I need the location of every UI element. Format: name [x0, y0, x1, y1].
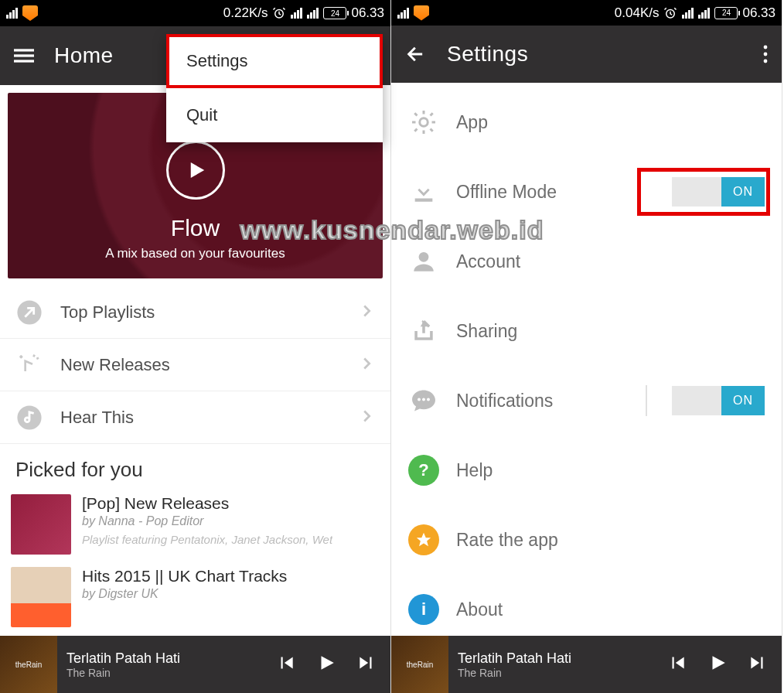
settings-label: Account	[456, 251, 765, 272]
next-icon[interactable]	[748, 653, 768, 676]
picked-item[interactable]: [Pop] New Releases by Nanna - Pop Editor…	[0, 488, 390, 561]
picked-by: by Nanna - Pop Editor	[82, 514, 332, 528]
picked-title: [Pop] New Releases	[82, 494, 332, 513]
offline-toggle[interactable]: ON	[672, 177, 765, 207]
picked-section-title: Picked for you	[0, 444, 390, 488]
picked-desc: Playlist featuring Pentatonix, Janet Jac…	[82, 533, 332, 546]
download-icon	[408, 176, 439, 207]
row-hear-this[interactable]: Hear This	[0, 391, 390, 444]
track-title: Terlatih Patah Hati	[66, 650, 180, 667]
right-phone: 0.04K/s 24 06.33 Settings App Offline M	[391, 0, 782, 693]
svg-point-14	[419, 252, 429, 262]
previous-icon[interactable]	[667, 653, 687, 676]
note-circle-icon	[15, 404, 43, 432]
row-label: Hear This	[60, 408, 341, 428]
svg-marker-19	[417, 533, 431, 546]
chevron-right-icon	[358, 302, 375, 323]
settings-label: Rate the app	[456, 530, 765, 551]
play-icon[interactable]	[316, 653, 336, 676]
svg-marker-20	[713, 656, 725, 669]
row-top-playlists[interactable]: Top Playlists	[0, 286, 390, 339]
settings-list: App Offline Mode ON Account Sharing	[391, 83, 782, 636]
star-icon	[408, 524, 439, 555]
next-icon[interactable]	[356, 653, 377, 676]
shield-icon	[414, 5, 429, 21]
alarm-icon	[272, 6, 286, 20]
track-title: Terlatih Patah Hati	[458, 650, 571, 667]
network-speed: 0.22K/s	[223, 5, 268, 21]
overflow-icon[interactable]	[763, 45, 768, 63]
menu-icon[interactable]	[14, 46, 34, 66]
chevron-right-icon	[358, 408, 375, 428]
settings-row-sharing[interactable]: Sharing	[391, 296, 782, 366]
sim2-signal-icon	[698, 8, 710, 19]
status-bar: 0.04K/s 24 06.33	[391, 0, 782, 26]
back-icon[interactable]	[405, 43, 427, 65]
previous-icon[interactable]	[276, 653, 296, 676]
flow-subtitle: A mix based on your favourites	[8, 246, 383, 261]
chat-icon	[408, 385, 439, 416]
settings-row-help[interactable]: ? Help	[391, 435, 782, 505]
settings-label: App	[456, 112, 765, 133]
play-icon[interactable]	[166, 141, 225, 200]
clock: 06.33	[351, 5, 384, 21]
settings-row-account[interactable]: Account	[391, 227, 782, 296]
battery-icon: 24	[714, 7, 738, 19]
settings-row-app[interactable]: App	[391, 87, 782, 157]
sparkle-icon	[15, 351, 43, 379]
shield-icon	[22, 5, 38, 21]
settings-label: Offline Mode	[456, 182, 625, 203]
album-art: theRain	[0, 636, 57, 693]
gear-icon	[408, 107, 439, 138]
settings-row-about[interactable]: i About	[391, 575, 782, 636]
picked-item[interactable]: Hits 2015 || UK Chart Tracks by Digster …	[0, 561, 390, 633]
play-icon[interactable]	[707, 653, 728, 676]
svg-rect-2	[14, 54, 34, 56]
divider	[646, 385, 647, 416]
row-new-releases[interactable]: New Releases	[0, 339, 390, 391]
svg-point-9	[764, 46, 768, 50]
arrow-circle-icon	[15, 299, 43, 326]
chevron-right-icon	[358, 355, 375, 375]
flow-title: Flow	[8, 215, 383, 241]
settings-row-offline[interactable]: Offline Mode ON	[391, 157, 782, 227]
now-playing-bar[interactable]: theRain Terlatih Patah Hati The Rain	[0, 636, 390, 693]
offline-toggle-highlight: ON	[643, 173, 765, 210]
now-playing-bar[interactable]: theRain Terlatih Patah Hati The Rain	[391, 636, 782, 693]
svg-point-10	[764, 53, 768, 56]
svg-point-18	[427, 398, 430, 401]
toggle-on-label: ON	[721, 177, 765, 207]
svg-rect-1	[14, 49, 34, 51]
svg-rect-3	[14, 60, 34, 62]
settings-label: Notifications	[456, 391, 629, 411]
svg-point-16	[418, 398, 421, 401]
clock: 06.33	[742, 5, 775, 21]
svg-point-11	[764, 60, 768, 63]
person-icon	[408, 246, 439, 277]
settings-label: About	[456, 599, 765, 620]
menu-item-settings[interactable]: Settings	[166, 34, 383, 88]
sim2-signal-icon	[307, 8, 319, 19]
row-label: New Releases	[60, 355, 341, 375]
battery-icon: 24	[323, 7, 346, 19]
signal-icon	[397, 8, 409, 19]
page-title: Home	[54, 43, 114, 68]
album-art: theRain	[391, 636, 448, 693]
left-phone: 0.22K/s 24 06.33 Home Settings Quit Flow…	[0, 0, 391, 693]
toggle-on-label: ON	[721, 386, 765, 415]
sim1-signal-icon	[682, 8, 694, 19]
picked-title: Hits 2015 || UK Chart Tracks	[82, 567, 287, 585]
settings-row-notifications[interactable]: Notifications ON	[391, 366, 782, 435]
help-icon: ?	[408, 455, 439, 486]
menu-item-quit[interactable]: Quit	[166, 88, 383, 142]
settings-row-rate[interactable]: Rate the app	[391, 505, 782, 575]
sim1-signal-icon	[291, 8, 302, 19]
page-title: Settings	[447, 42, 528, 67]
track-artist: The Rain	[458, 667, 571, 679]
settings-label: Sharing	[456, 321, 765, 342]
overflow-menu: Settings Quit	[166, 34, 383, 142]
svg-marker-4	[190, 162, 204, 178]
notifications-toggle[interactable]: ON	[672, 386, 765, 415]
svg-point-12	[420, 118, 428, 127]
share-icon	[408, 316, 439, 346]
